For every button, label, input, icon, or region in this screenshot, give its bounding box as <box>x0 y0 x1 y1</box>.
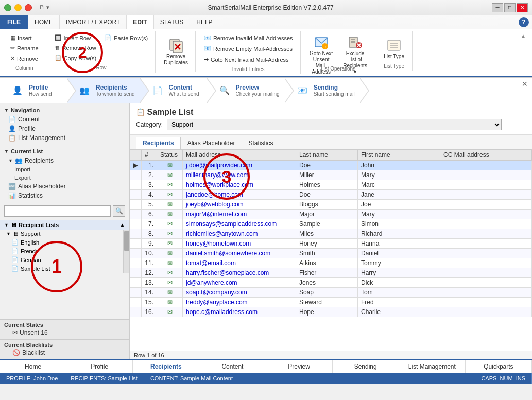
list-item-sample-list[interactable]: 📄 Sample List <box>0 264 129 273</box>
nav-profile[interactable]: Profile <box>66 360 133 373</box>
col-lastname[interactable]: Last name <box>296 150 358 161</box>
minimize-button[interactable]: ─ <box>492 3 503 12</box>
remove-empty-mail-button[interactable]: 📧 Remove Empty Mail-Addresses <box>201 44 296 54</box>
content-area: 📋 Sample List Category: Support Recipien… <box>130 103 532 359</box>
table-row[interactable]: 9. ✉ honey@hometown.com Honey Hanna <box>130 239 532 249</box>
row-firstname: Harry <box>358 268 440 278</box>
tab-statistics[interactable]: Statistics <box>242 137 280 149</box>
ribbon-group-row: 🔲 Insert Row 🗑 Remove Row 📋 Copy Row(s) … <box>47 31 156 73</box>
copy-rows-button[interactable]: 📋 Copy Row(s) <box>52 53 100 63</box>
table-row[interactable]: 16. ✉ hope.c@mailaddress.com Hope Charli… <box>130 307 532 317</box>
sidebar-item-recipients[interactable]: ▼ 👥 Recipients <box>0 156 129 165</box>
sidebar-search-button[interactable]: 🔍 <box>113 205 125 217</box>
tab-recipients[interactable]: Recipients <box>136 137 181 149</box>
nav-list-management[interactable]: List Management <box>399 360 466 373</box>
col-status[interactable]: Status <box>157 150 183 161</box>
list-type-button[interactable]: List Type <box>381 35 407 61</box>
list-item-english[interactable]: 📄 English <box>0 238 129 247</box>
insert-column-button[interactable]: ▦ Insert <box>7 33 42 43</box>
recipient-lists-scroll-up[interactable]: ▲ <box>119 222 125 228</box>
row-num: 16. <box>142 307 157 317</box>
recipient-lists-scrollbar[interactable] <box>123 230 129 273</box>
list-item-support[interactable]: ▼ 🖥 Support <box>0 230 129 238</box>
table-row[interactable]: 5. ✉ joeyb@webblog.com Bloggs Joe <box>130 200 532 210</box>
tab-help[interactable]: HELP <box>190 15 219 29</box>
blacklist-item[interactable]: 🚫 Blacklist <box>4 348 125 357</box>
row-num: 6. <box>142 210 157 219</box>
remove-invalid-mail-button[interactable]: 📧 Remove Invalid Mail-Addresses <box>201 33 296 43</box>
status-profile: PROFILE: John Doe <box>0 373 64 384</box>
sidebar-search-input[interactable] <box>4 205 111 217</box>
remove-row-button[interactable]: 🗑 Remove Row <box>52 43 100 53</box>
table-row[interactable]: 3. ✉ holmes@workplace.com Holmes Marc <box>130 180 532 190</box>
goto-next-unsent-button[interactable]: → Goto Next UnsentMail-Address <box>306 33 337 64</box>
table-row[interactable]: 12. ✉ harry.fischer@someplace.com Fisher… <box>130 268 532 278</box>
nav-home[interactable]: Home <box>0 360 66 373</box>
nav-sending[interactable]: Sending <box>333 360 399 373</box>
sidebar-subitem-export[interactable]: Export <box>0 173 129 182</box>
sidebar-item-alias-placeholder[interactable]: 🔤 Alias Placeholder <box>0 182 129 191</box>
wizard-step-sending[interactable]: 📧 Sending Start sending mail <box>285 78 360 103</box>
tab-edit[interactable]: EDIT <box>127 15 153 29</box>
tab-status[interactable]: STATUS <box>154 15 191 29</box>
list-item-german[interactable]: 📄 German <box>0 255 129 264</box>
nav-recipients[interactable]: Recipients <box>133 360 199 373</box>
col-email[interactable]: Mail address <box>183 150 296 161</box>
list-item-french[interactable]: 📄 French <box>0 247 129 255</box>
sidebar-item-profile[interactable]: 👤 Profile <box>0 124 129 133</box>
state-unsent[interactable]: ✉ Unsent 16 <box>4 328 125 337</box>
close-button[interactable]: ✕ <box>517 3 528 12</box>
tab-import-export[interactable]: IMPORT / EXPORT <box>60 15 127 29</box>
close-icon[interactable] <box>25 4 32 11</box>
tab-file[interactable]: FILE <box>0 15 28 29</box>
paste-rows-button[interactable]: 📄 Paste Row(s) <box>101 33 151 43</box>
table-row[interactable]: 2. ✉ miller.mary@www.com Miller Mary <box>130 170 532 180</box>
table-row[interactable]: 13. ✉ jd@anywhere.com Jones Dick <box>130 278 532 288</box>
row-firstname: Mary <box>358 170 440 180</box>
remove-duplicates-button[interactable]: RemoveDuplicates <box>161 35 191 68</box>
table-row[interactable]: 4. ✉ janedoe@home.com Doe Jane <box>130 190 532 200</box>
table-row[interactable]: 10. ✉ daniel.smith@somewhere.com Smith D… <box>130 249 532 258</box>
table-row[interactable]: 11. ✉ tomat@email.com Atkins Tommy <box>130 258 532 268</box>
minimize-icon[interactable] <box>4 4 11 11</box>
ribbon-collapse[interactable]: ▲ <box>518 31 529 41</box>
col-cc[interactable]: CC Mail address <box>440 150 532 161</box>
nav-preview[interactable]: Preview <box>266 360 333 373</box>
exclude-list-button[interactable]: Exclude List ofRecipients ▾ <box>340 33 371 64</box>
wizard-step-content[interactable]: 📄 Content What to send <box>140 78 207 103</box>
rename-column-button[interactable]: ✏ Rename <box>7 43 42 53</box>
nav-content[interactable]: Content <box>199 360 266 373</box>
sidebar-item-statistics[interactable]: 📊 Statistics <box>0 191 129 200</box>
goto-next-invalid-button[interactable]: ➡ Goto Next Invalid Mail-Address <box>201 55 296 64</box>
category-select[interactable]: Support <box>167 119 502 130</box>
insert-row-button[interactable]: 🔲 Insert Row <box>52 33 100 43</box>
tab-alias-placeholder[interactable]: Alias Placeholder <box>181 137 242 149</box>
nav-quickparts[interactable]: Quickparts <box>466 360 532 373</box>
remove-column-button[interactable]: ✕ Remove <box>7 54 42 63</box>
col-num[interactable]: # <box>142 150 157 161</box>
wizard-close-button[interactable]: ✕ <box>518 78 532 90</box>
restore-button[interactable]: □ <box>504 3 516 12</box>
wizard-step-recipients[interactable]: 👥 Recipients To whom to send <box>67 78 140 103</box>
tab-home[interactable]: HOME <box>28 15 60 29</box>
row-cc <box>440 190 532 200</box>
row-num: 11. <box>142 258 157 268</box>
wizard-step-profile[interactable]: 👤 Profile How send <box>0 78 67 103</box>
row-cc <box>440 288 532 298</box>
table-row[interactable]: 8. ✉ richiemiles@anytown.com Miles Richa… <box>130 229 532 239</box>
table-row[interactable]: 14. ✉ soap.t@company.com Soap Tom <box>130 288 532 298</box>
table-row[interactable]: ▶ 1. ✉ j.doe@mailprovider.com Doe John <box>130 161 532 170</box>
maximize-icon[interactable] <box>14 4 22 11</box>
sidebar-item-list-management[interactable]: 📋 List Management <box>0 133 129 143</box>
wizard-step-preview[interactable]: 🔍 Preview Check your mailing <box>207 78 285 103</box>
table-row[interactable]: 15. ✉ freddy@anyplace.com Steward Fred <box>130 298 532 307</box>
table-row[interactable]: 7. ✉ simonsays@sampleaddress.com Sample … <box>130 219 532 229</box>
wizard-content-text: Content What to send <box>169 84 199 97</box>
table-row[interactable]: 6. ✉ majorM@internet.com Major Mary <box>130 210 532 219</box>
row-lastname: Holmes <box>296 180 358 190</box>
col-firstname[interactable]: First name <box>358 150 440 161</box>
help-icon[interactable]: ? <box>519 15 532 29</box>
sidebar-subitem-import[interactable]: Import <box>0 165 129 173</box>
sidebar-item-content[interactable]: 📄 Content <box>0 115 129 124</box>
row-num: 3. <box>142 180 157 190</box>
